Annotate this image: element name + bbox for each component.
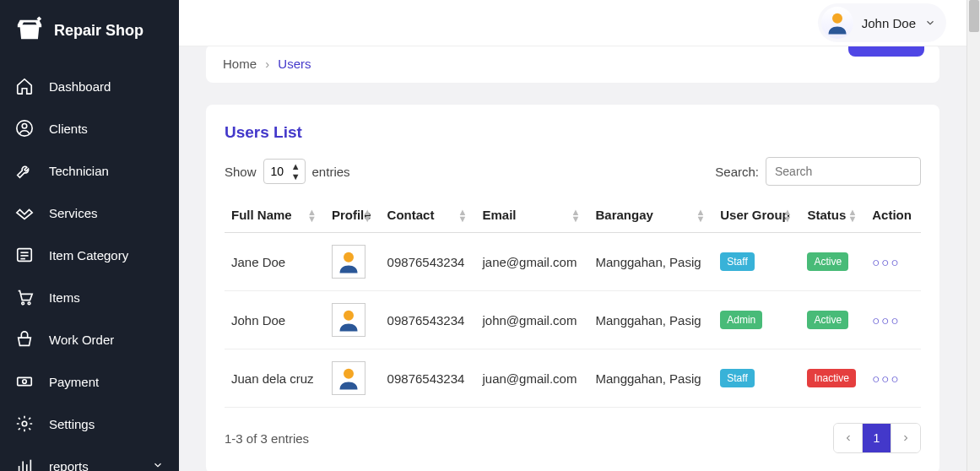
- breadcrumb-home[interactable]: Home: [223, 57, 257, 71]
- sidebar-item-items[interactable]: Items: [0, 276, 179, 318]
- cell-status: Active: [800, 291, 865, 349]
- col-profile[interactable]: Profile▲▼: [325, 198, 381, 233]
- basket-icon: [15, 330, 34, 349]
- cell-status: Active: [800, 233, 865, 291]
- profile-avatar-icon: [332, 245, 365, 279]
- page-scrollbar[interactable]: [966, 0, 980, 471]
- cell-profile: [325, 349, 381, 408]
- chevron-right-icon: ›: [265, 57, 269, 71]
- brand-title: Repair Shop: [54, 22, 143, 40]
- brand-logo-icon: [15, 15, 44, 46]
- entries-control: Show 10 ▲▼ entries: [225, 159, 350, 184]
- pager-prev[interactable]: [834, 424, 863, 452]
- sidebar-item-technician[interactable]: Technician: [0, 149, 179, 192]
- svg-point-11: [23, 380, 27, 384]
- row-actions-icon[interactable]: ○○○: [872, 371, 900, 386]
- row-actions-icon[interactable]: ○○○: [872, 313, 900, 328]
- col-full-name[interactable]: Full Name▲▼: [225, 198, 325, 233]
- pagination-summary: 1-3 of 3 entries: [225, 431, 309, 446]
- pager-page-1[interactable]: 1: [863, 424, 891, 452]
- cell-barangay: Manggahan, Pasig: [588, 233, 713, 291]
- user-name: John Doe: [862, 16, 916, 30]
- cell-email: john@gmail.com: [475, 291, 588, 349]
- user-group-badge: Staff: [720, 252, 754, 271]
- sidebar-item-services[interactable]: Services: [0, 192, 179, 234]
- svg-point-3: [22, 124, 27, 129]
- pager: 1: [833, 423, 921, 453]
- cart-icon: [15, 288, 34, 306]
- cell-user-group: Staff: [713, 349, 800, 408]
- sidebar-item-payment[interactable]: Payment: [0, 360, 179, 403]
- entries-select[interactable]: 10: [263, 159, 306, 184]
- handshake-icon: [15, 203, 34, 222]
- cell-status: Inactive: [800, 349, 865, 408]
- sidebar-item-clients[interactable]: Clients: [0, 107, 179, 149]
- search-input[interactable]: [766, 157, 921, 186]
- sidebar-item-label: Technician: [49, 164, 109, 178]
- topbar: John Doe: [179, 0, 966, 46]
- sidebar-item-work-order[interactable]: Work Order: [0, 318, 179, 360]
- cell-user-group: Staff: [713, 233, 800, 291]
- sidebar-item-label: Services: [49, 206, 98, 220]
- show-label-suffix: entries: [312, 165, 350, 179]
- sidebar-item-label: Payment: [49, 375, 99, 389]
- sort-icon: ▲▼: [458, 208, 468, 222]
- col-email[interactable]: Email▲▼: [475, 198, 588, 233]
- sidebar-nav: Dashboard Clients Technician Services It…: [0, 62, 179, 471]
- sidebar-item-dashboard[interactable]: Dashboard: [0, 65, 179, 107]
- content: Home › Users Users List Show 10 ▲: [179, 46, 966, 471]
- status-badge: Active: [807, 311, 848, 329]
- cell-full-name: John Doe: [225, 291, 325, 349]
- list-icon: [15, 246, 34, 264]
- sidebar-item-item-category[interactable]: Item Category: [0, 234, 179, 276]
- gear-icon: [15, 414, 34, 433]
- pager-next[interactable]: [891, 424, 920, 452]
- svg-point-17: [832, 14, 842, 24]
- cell-barangay: Manggahan, Pasig: [588, 349, 713, 408]
- home-icon: [15, 77, 34, 95]
- user-icon: [15, 119, 34, 138]
- col-user-group[interactable]: User Group▲▼: [713, 198, 800, 233]
- sidebar-item-label: reports: [49, 459, 89, 472]
- svg-rect-10: [18, 377, 32, 385]
- user-menu[interactable]: John Doe: [818, 3, 946, 42]
- sidebar-item-reports[interactable]: reports: [0, 445, 179, 471]
- users-table: Full Name▲▼ Profile▲▼ Contact▲▼ Email▲▼ …: [225, 198, 921, 408]
- sidebar-item-settings[interactable]: Settings: [0, 403, 179, 445]
- sort-icon: ▲▼: [571, 208, 581, 222]
- cell-contact: 09876543234: [381, 291, 476, 349]
- user-group-badge: Admin: [720, 311, 762, 329]
- chevron-down-icon: [152, 459, 164, 472]
- cell-email: jane@gmail.com: [475, 233, 588, 291]
- svg-point-19: [344, 311, 354, 321]
- table-row: John Doe 09876543234 john@gmail.com Mang…: [225, 291, 921, 349]
- col-contact[interactable]: Contact▲▼: [381, 198, 476, 233]
- svg-point-8: [22, 302, 24, 305]
- panel-title: Users List: [225, 123, 921, 142]
- svg-point-18: [344, 252, 354, 263]
- sort-icon: ▲▼: [363, 208, 372, 222]
- cell-barangay: Manggahan, Pasig: [588, 291, 713, 349]
- sidebar-item-label: Work Order: [49, 333, 114, 347]
- status-badge: Active: [807, 252, 848, 271]
- sidebar-item-label: Items: [49, 290, 80, 305]
- users-panel: Users List Show 10 ▲▼ entries Searc: [206, 105, 939, 471]
- col-status[interactable]: Status▲▼: [800, 198, 865, 233]
- scrollbar-thumb[interactable]: [969, 0, 979, 32]
- svg-point-9: [28, 302, 30, 305]
- col-action: Action: [865, 198, 921, 233]
- row-actions-icon[interactable]: ○○○: [872, 255, 900, 269]
- table-row: Juan dela cruz 09876543234 juan@gmail.co…: [225, 349, 921, 408]
- sort-icon: ▲▼: [847, 208, 857, 222]
- col-barangay[interactable]: Barangay▲▼: [588, 198, 713, 233]
- chevron-down-icon: [924, 17, 936, 29]
- svg-point-20: [344, 369, 354, 379]
- cell-profile: [325, 291, 381, 349]
- svg-point-12: [22, 421, 27, 426]
- primary-action-button[interactable]: [848, 46, 924, 57]
- sort-icon: ▲▼: [783, 208, 793, 222]
- sidebar: Repair Shop Dashboard Clients Technician…: [0, 0, 179, 471]
- chart-icon: [15, 457, 34, 471]
- status-badge: Inactive: [807, 369, 855, 387]
- search-control: Search:: [715, 157, 921, 186]
